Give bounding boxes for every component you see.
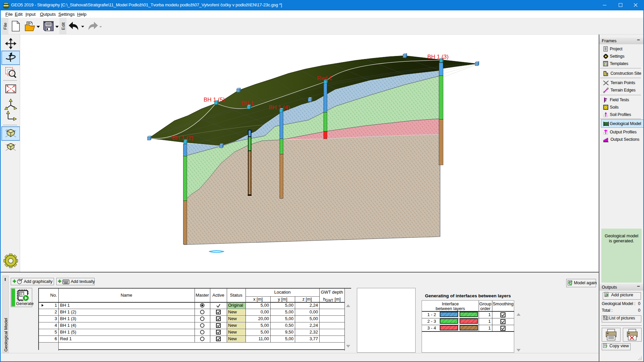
svg-text:BH 1: BH 1 <box>241 100 254 106</box>
svg-text:BH 1 (4): BH 1 (4) <box>269 104 290 111</box>
svg-text:Red 1: Red 1 <box>317 75 332 81</box>
svg-text:BH 1 (2): BH 1 (2) <box>172 135 193 141</box>
svg-text:BH 1 (3): BH 1 (3) <box>427 54 448 60</box>
svg-text:BH 1 (5): BH 1 (5) <box>204 97 225 103</box>
